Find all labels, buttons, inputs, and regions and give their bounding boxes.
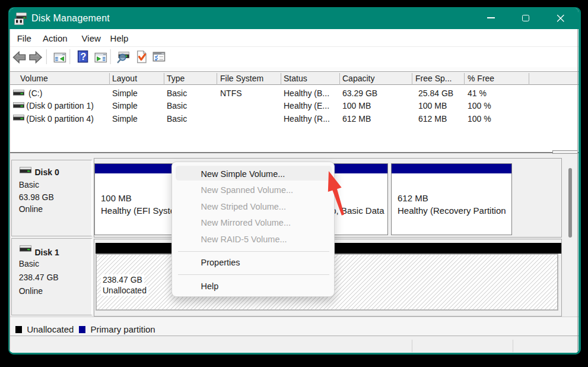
svg-text:?: ? [81, 52, 87, 62]
